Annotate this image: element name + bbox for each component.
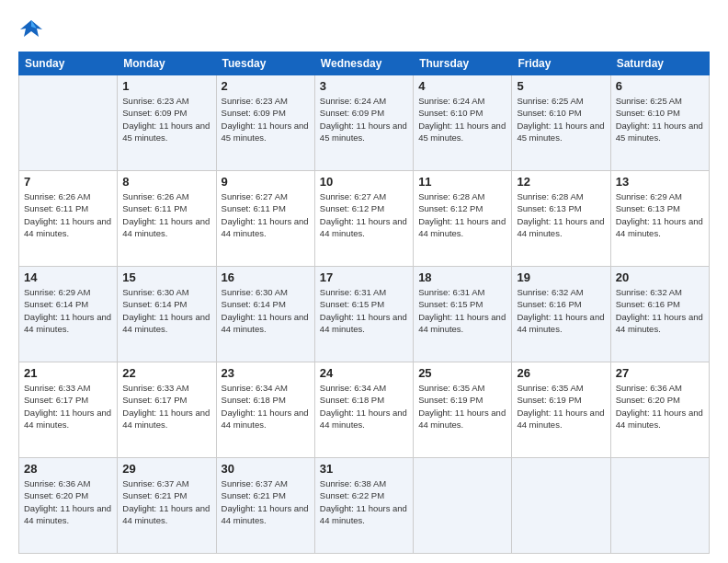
day-info: Sunrise: 6:23 AM Sunset: 6:09 PM Dayligh… (122, 95, 210, 144)
day-info: Sunrise: 6:31 AM Sunset: 6:15 PM Dayligh… (320, 286, 408, 335)
calendar-cell: 19Sunrise: 6:32 AM Sunset: 6:16 PM Dayli… (512, 267, 610, 362)
day-info: Sunrise: 6:31 AM Sunset: 6:15 PM Dayligh… (418, 286, 506, 335)
day-info: Sunrise: 6:36 AM Sunset: 6:20 PM Dayligh… (616, 382, 704, 431)
calendar-cell: 7Sunrise: 6:26 AM Sunset: 6:11 PM Daylig… (19, 171, 118, 267)
calendar-cell: 23Sunrise: 6:34 AM Sunset: 6:18 PM Dayli… (216, 362, 314, 458)
day-number: 22 (122, 366, 210, 380)
calendar-cell: 9Sunrise: 6:27 AM Sunset: 6:11 PM Daylig… (216, 171, 314, 267)
day-info: Sunrise: 6:38 AM Sunset: 6:22 PM Dayligh… (320, 477, 408, 526)
calendar-cell: 24Sunrise: 6:34 AM Sunset: 6:18 PM Dayli… (314, 362, 413, 458)
calendar-table: SundayMondayTuesdayWednesdayThursdayFrid… (18, 52, 710, 554)
day-info: Sunrise: 6:26 AM Sunset: 6:11 PM Dayligh… (24, 190, 112, 239)
day-info: Sunrise: 6:34 AM Sunset: 6:18 PM Dayligh… (320, 382, 408, 431)
day-info: Sunrise: 6:33 AM Sunset: 6:17 PM Dayligh… (24, 382, 112, 431)
calendar-cell: 11Sunrise: 6:28 AM Sunset: 6:12 PM Dayli… (414, 171, 512, 267)
day-info: Sunrise: 6:36 AM Sunset: 6:20 PM Dayligh… (24, 477, 112, 526)
calendar-cell: 17Sunrise: 6:31 AM Sunset: 6:15 PM Dayli… (314, 267, 413, 362)
calendar-cell: 29Sunrise: 6:37 AM Sunset: 6:21 PM Dayli… (118, 458, 216, 554)
day-number: 2 (222, 79, 310, 93)
calendar-cell (610, 458, 709, 554)
day-info: Sunrise: 6:30 AM Sunset: 6:14 PM Dayligh… (122, 286, 210, 335)
calendar-week-row: 21Sunrise: 6:33 AM Sunset: 6:17 PM Dayli… (19, 362, 710, 458)
calendar-cell: 12Sunrise: 6:28 AM Sunset: 6:13 PM Dayli… (512, 171, 610, 267)
day-info: Sunrise: 6:26 AM Sunset: 6:11 PM Dayligh… (122, 190, 210, 239)
day-info: Sunrise: 6:28 AM Sunset: 6:12 PM Dayligh… (418, 190, 506, 239)
day-number: 10 (320, 175, 408, 189)
day-info: Sunrise: 6:24 AM Sunset: 6:09 PM Dayligh… (320, 95, 408, 144)
calendar-cell: 1Sunrise: 6:23 AM Sunset: 6:09 PM Daylig… (118, 75, 216, 171)
calendar-cell: 14Sunrise: 6:29 AM Sunset: 6:14 PM Dayli… (19, 267, 118, 362)
day-number: 17 (320, 270, 408, 284)
calendar-cell: 15Sunrise: 6:30 AM Sunset: 6:14 PM Dayli… (118, 267, 216, 362)
day-number: 6 (616, 79, 704, 93)
weekday-header-saturday: Saturday (610, 52, 709, 75)
calendar-cell: 6Sunrise: 6:25 AM Sunset: 6:10 PM Daylig… (610, 75, 709, 171)
day-number: 7 (24, 175, 112, 189)
day-info: Sunrise: 6:29 AM Sunset: 6:13 PM Dayligh… (616, 190, 704, 239)
day-number: 14 (24, 270, 112, 284)
day-number: 4 (418, 79, 506, 93)
calendar-cell: 3Sunrise: 6:24 AM Sunset: 6:09 PM Daylig… (314, 75, 413, 171)
weekday-header-wednesday: Wednesday (314, 52, 413, 75)
calendar-cell: 30Sunrise: 6:37 AM Sunset: 6:21 PM Dayli… (216, 458, 314, 554)
calendar-cell: 18Sunrise: 6:31 AM Sunset: 6:15 PM Dayli… (414, 267, 512, 362)
day-number: 28 (24, 462, 112, 476)
weekday-header-sunday: Sunday (19, 52, 118, 75)
calendar-week-row: 28Sunrise: 6:36 AM Sunset: 6:20 PM Dayli… (19, 458, 710, 554)
day-info: Sunrise: 6:25 AM Sunset: 6:10 PM Dayligh… (517, 95, 605, 144)
header (18, 17, 710, 42)
weekday-header-row: SundayMondayTuesdayWednesdayThursdayFrid… (19, 52, 710, 75)
day-number: 29 (122, 462, 210, 476)
day-info: Sunrise: 6:30 AM Sunset: 6:14 PM Dayligh… (222, 286, 310, 335)
day-number: 5 (517, 79, 605, 93)
day-number: 13 (616, 175, 704, 189)
day-number: 25 (418, 366, 506, 380)
calendar-cell: 21Sunrise: 6:33 AM Sunset: 6:17 PM Dayli… (19, 362, 118, 458)
weekday-header-friday: Friday (512, 52, 610, 75)
calendar-week-row: 1Sunrise: 6:23 AM Sunset: 6:09 PM Daylig… (19, 75, 710, 171)
page: SundayMondayTuesdayWednesdayThursdayFrid… (0, 0, 728, 563)
calendar-cell: 20Sunrise: 6:32 AM Sunset: 6:16 PM Dayli… (610, 267, 709, 362)
day-info: Sunrise: 6:28 AM Sunset: 6:13 PM Dayligh… (517, 190, 605, 239)
day-number: 15 (122, 270, 210, 284)
calendar-cell: 31Sunrise: 6:38 AM Sunset: 6:22 PM Dayli… (314, 458, 413, 554)
day-info: Sunrise: 6:25 AM Sunset: 6:10 PM Dayligh… (616, 95, 704, 144)
calendar-cell: 27Sunrise: 6:36 AM Sunset: 6:20 PM Dayli… (610, 362, 709, 458)
day-info: Sunrise: 6:32 AM Sunset: 6:16 PM Dayligh… (517, 286, 605, 335)
day-number: 16 (222, 270, 310, 284)
day-info: Sunrise: 6:34 AM Sunset: 6:18 PM Dayligh… (222, 382, 310, 431)
calendar-cell: 26Sunrise: 6:35 AM Sunset: 6:19 PM Dayli… (512, 362, 610, 458)
day-number: 8 (122, 175, 210, 189)
calendar-cell: 22Sunrise: 6:33 AM Sunset: 6:17 PM Dayli… (118, 362, 216, 458)
day-number: 23 (222, 366, 310, 380)
calendar-cell: 2Sunrise: 6:23 AM Sunset: 6:09 PM Daylig… (216, 75, 314, 171)
weekday-header-tuesday: Tuesday (216, 52, 314, 75)
day-info: Sunrise: 6:37 AM Sunset: 6:21 PM Dayligh… (122, 477, 210, 526)
calendar-cell: 5Sunrise: 6:25 AM Sunset: 6:10 PM Daylig… (512, 75, 610, 171)
calendar-cell: 16Sunrise: 6:30 AM Sunset: 6:14 PM Dayli… (216, 267, 314, 362)
day-info: Sunrise: 6:29 AM Sunset: 6:14 PM Dayligh… (24, 286, 112, 335)
calendar-cell: 13Sunrise: 6:29 AM Sunset: 6:13 PM Dayli… (610, 171, 709, 267)
day-info: Sunrise: 6:35 AM Sunset: 6:19 PM Dayligh… (517, 382, 605, 431)
calendar-cell: 28Sunrise: 6:36 AM Sunset: 6:20 PM Dayli… (19, 458, 118, 554)
day-number: 18 (418, 270, 506, 284)
calendar-week-row: 14Sunrise: 6:29 AM Sunset: 6:14 PM Dayli… (19, 267, 710, 362)
day-info: Sunrise: 6:32 AM Sunset: 6:16 PM Dayligh… (616, 286, 704, 335)
day-number: 9 (222, 175, 310, 189)
day-number: 24 (320, 366, 408, 380)
day-info: Sunrise: 6:24 AM Sunset: 6:10 PM Dayligh… (418, 95, 506, 144)
calendar-week-row: 7Sunrise: 6:26 AM Sunset: 6:11 PM Daylig… (19, 171, 710, 267)
calendar-cell (512, 458, 610, 554)
weekday-header-monday: Monday (118, 52, 216, 75)
day-info: Sunrise: 6:35 AM Sunset: 6:19 PM Dayligh… (418, 382, 506, 431)
day-number: 26 (517, 366, 605, 380)
day-number: 30 (222, 462, 310, 476)
calendar-cell: 4Sunrise: 6:24 AM Sunset: 6:10 PM Daylig… (414, 75, 512, 171)
weekday-header-thursday: Thursday (414, 52, 512, 75)
day-info: Sunrise: 6:33 AM Sunset: 6:17 PM Dayligh… (122, 382, 210, 431)
day-number: 20 (616, 270, 704, 284)
calendar-cell: 8Sunrise: 6:26 AM Sunset: 6:11 PM Daylig… (118, 171, 216, 267)
day-info: Sunrise: 6:27 AM Sunset: 6:11 PM Dayligh… (222, 190, 310, 239)
day-number: 19 (517, 270, 605, 284)
logo-icon (18, 17, 44, 42)
